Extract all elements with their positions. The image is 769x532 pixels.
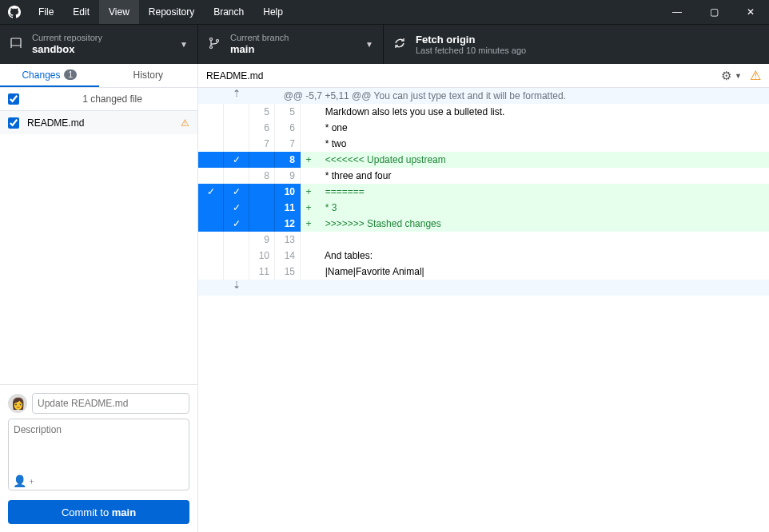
menu-help[interactable]: Help	[253, 0, 293, 24]
gutter-line[interactable]	[224, 200, 249, 216]
sidebar: Changes 1 History 1 changed file README.…	[0, 64, 198, 532]
commit-button[interactable]: Commit to main	[8, 500, 189, 524]
toolbar: Current repository sandbox ▼ Current bra…	[0, 24, 769, 64]
window-maximize-button[interactable]: ▢	[695, 0, 732, 24]
sync-icon	[393, 37, 408, 53]
expand-up-icon[interactable]: ⇡	[198, 88, 275, 104]
github-logo-icon	[0, 6, 29, 18]
diff-code[interactable]: * 3	[317, 200, 769, 216]
new-line-number: 15	[275, 264, 301, 280]
old-line-number	[249, 200, 275, 216]
diff-code[interactable]: * one	[317, 120, 769, 136]
window-minimize-button[interactable]: —	[659, 0, 695, 24]
add-coauthor-icon[interactable]: 👤﹢	[13, 474, 38, 489]
diff-code[interactable]: And tables:	[317, 248, 769, 264]
window-close-button[interactable]: ✕	[732, 0, 769, 24]
gutter-line[interactable]	[224, 104, 249, 120]
hunk-header: @@ -5,7 +5,11 @@ You can just type text …	[275, 88, 769, 104]
file-name: README.md	[27, 117, 181, 129]
new-line-number: 9	[275, 168, 301, 184]
old-line-number	[249, 152, 275, 168]
conflict-warning-icon: ⚠	[750, 68, 761, 83]
diff-sign: +	[301, 200, 317, 216]
new-line-number: 5	[275, 104, 301, 120]
gutter-line[interactable]	[224, 136, 249, 152]
repo-label: Current repository	[32, 33, 180, 43]
new-line-number: 10	[275, 184, 301, 200]
gutter-line[interactable]	[224, 168, 249, 184]
changed-files-count: 1 changed file	[27, 93, 197, 105]
gutter-line[interactable]	[224, 152, 249, 168]
avatar: 👩	[8, 394, 27, 413]
branch-selector[interactable]: Current branch main ▼	[198, 25, 384, 64]
gutter-line[interactable]	[224, 264, 249, 280]
select-all-checkbox[interactable]	[8, 93, 19, 105]
gutter-group[interactable]	[198, 152, 224, 168]
gutter-line[interactable]	[224, 184, 249, 200]
menu-edit[interactable]: Edit	[63, 0, 99, 24]
svg-rect-0	[11, 38, 21, 46]
gutter-line[interactable]	[224, 232, 249, 248]
old-line-number: 6	[249, 120, 275, 136]
diff-code[interactable]: * three and four	[317, 168, 769, 184]
gutter-line[interactable]	[224, 248, 249, 264]
diff-file-header: README.md ⚙ ▼ ⚠	[198, 64, 769, 88]
gutter-group[interactable]	[198, 216, 224, 232]
diff-file-name: README.md	[206, 70, 721, 81]
diff-sign	[301, 264, 317, 280]
tab-changes[interactable]: Changes 1	[0, 64, 99, 87]
gutter-group[interactable]	[198, 232, 224, 248]
diff-panel: README.md ⚙ ▼ ⚠ ⇡ @@ -5,7 +5,11 @@ You c…	[198, 64, 769, 532]
branch-icon	[208, 37, 222, 53]
gutter-group[interactable]	[198, 184, 224, 200]
old-line-number: 11	[249, 264, 275, 280]
chevron-down-icon: ▼	[365, 40, 373, 49]
menu-file[interactable]: File	[29, 0, 63, 24]
old-line-number	[249, 184, 275, 200]
new-line-number: 11	[275, 200, 301, 216]
changes-count-badge: 1	[64, 69, 77, 80]
chevron-down-icon[interactable]: ▼	[735, 72, 742, 80]
diff-code[interactable]: <<<<<<< Updated upstream	[317, 152, 769, 168]
gutter-group[interactable]	[198, 200, 224, 216]
repo-name: sandbox	[32, 43, 180, 56]
svg-point-5	[217, 39, 219, 42]
file-checkbox[interactable]	[8, 117, 19, 129]
menu-branch[interactable]: Branch	[204, 0, 253, 24]
gutter-line[interactable]	[224, 216, 249, 232]
repo-selector[interactable]: Current repository sandbox ▼	[0, 25, 198, 64]
expand-down-icon[interactable]: ⇣	[198, 280, 275, 296]
diff-code[interactable]: >>>>>>> Stashed changes	[317, 216, 769, 232]
diff-sign: +	[301, 184, 317, 200]
menu-repository[interactable]: Repository	[139, 0, 204, 24]
old-line-number: 10	[249, 248, 275, 264]
gutter-group[interactable]	[198, 248, 224, 264]
new-line-number: 12	[275, 216, 301, 232]
repo-icon	[10, 37, 24, 53]
fetch-subtitle: Last fetched 10 minutes ago	[416, 46, 563, 55]
fetch-button[interactable]: Fetch origin Last fetched 10 minutes ago	[384, 25, 572, 64]
diff-code[interactable]	[317, 232, 769, 248]
gutter-group[interactable]	[198, 168, 224, 184]
gutter-group[interactable]	[198, 136, 224, 152]
diff-code[interactable]: |Name|Favorite Animal|	[317, 264, 769, 280]
changed-file-row[interactable]: README.md ⚠	[0, 111, 197, 134]
gutter-line[interactable]	[224, 120, 249, 136]
diff-code[interactable]: =======	[317, 184, 769, 200]
commit-summary-input[interactable]	[32, 393, 189, 414]
gutter-group[interactable]	[198, 264, 224, 280]
old-line-number: 9	[249, 232, 275, 248]
tab-history[interactable]: History	[99, 64, 198, 87]
diff-sign: +	[301, 152, 317, 168]
menu-view[interactable]: View	[99, 0, 139, 24]
conflict-warning-icon: ⚠	[181, 117, 189, 129]
diff-code[interactable]: * two	[317, 136, 769, 152]
gutter-group[interactable]	[198, 120, 224, 136]
gear-icon[interactable]: ⚙	[721, 69, 731, 83]
old-line-number: 8	[249, 168, 275, 184]
branch-name: main	[230, 43, 365, 56]
gutter-group[interactable]	[198, 104, 224, 120]
diff-sign	[301, 168, 317, 184]
diff-code[interactable]: Markdown also lets you use a bulleted li…	[317, 104, 769, 120]
diff-sign	[301, 104, 317, 120]
